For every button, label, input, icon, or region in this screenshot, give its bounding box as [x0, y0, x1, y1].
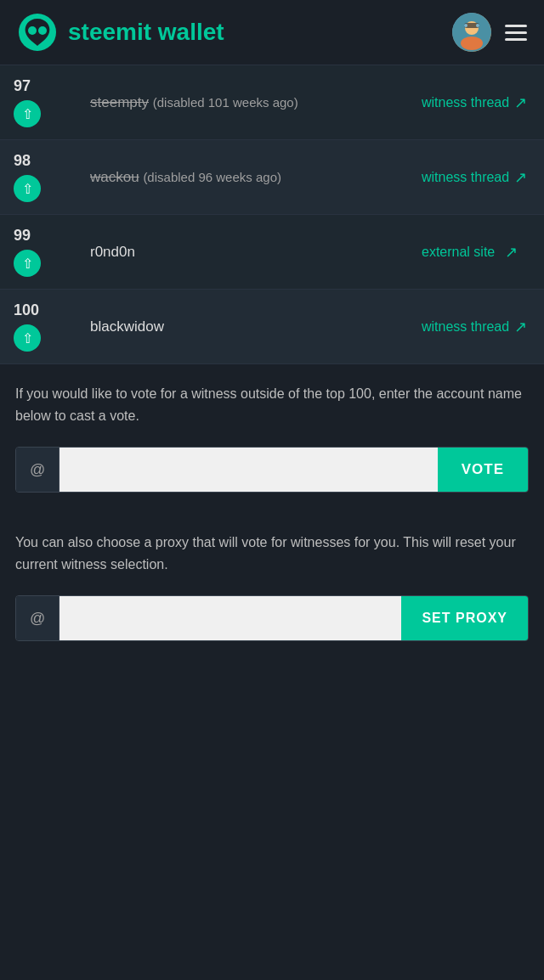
external-link-icon: ↗: [514, 168, 527, 187]
avatar[interactable]: [452, 13, 491, 52]
upvote-button[interactable]: ⇧: [14, 250, 41, 277]
proxy-info-text: You can also choose a proxy that will vo…: [0, 501, 544, 583]
witness-table: 97 ⇧ steempty (disabled 101 weeks ago) w…: [0, 65, 544, 364]
rank-number: 99: [14, 227, 63, 245]
witness-name: blackwidow: [90, 318, 164, 335]
app-header: steemit wallet: [0, 0, 544, 65]
external-link-icon: ↗: [514, 93, 527, 112]
table-row: 98 ⇧ wackou (disabled 96 weeks ago) witn…: [0, 140, 544, 215]
proxy-input-row: @ SET PROXY: [15, 595, 529, 641]
rank-number: 98: [14, 152, 63, 170]
rank-cell: 99 ⇧: [0, 215, 76, 290]
svg-point-1: [28, 26, 37, 35]
link-cell: witness thread ↗: [408, 140, 544, 215]
rank-cell: 97 ⇧: [0, 65, 76, 140]
upvote-button[interactable]: ⇧: [14, 175, 41, 202]
witness-thread-link[interactable]: witness thread ↗: [422, 168, 530, 187]
link-cell: witness thread ↗: [408, 65, 544, 140]
external-link-icon: ↗: [514, 318, 527, 336]
rank-number: 100: [14, 301, 63, 319]
menu-button[interactable]: [505, 25, 527, 41]
link-cell: external site ↗: [408, 215, 544, 290]
header-actions: [452, 13, 527, 52]
vote-button[interactable]: VOTE: [438, 448, 528, 492]
at-prefix: @: [16, 448, 60, 492]
rank-cell: 98 ⇧: [0, 140, 76, 215]
name-cell: r0nd0n: [76, 215, 408, 290]
witness-name-strikethrough: steempty: [90, 94, 149, 110]
external-link-icon: ↗: [505, 243, 518, 262]
vote-input-row: @ VOTE: [15, 447, 529, 493]
link-cell: witness thread ↗: [408, 290, 544, 364]
witness-thread-link[interactable]: witness thread ↗: [422, 318, 530, 336]
upvote-button[interactable]: ⇧: [14, 100, 41, 127]
upvote-button[interactable]: ⇧: [14, 324, 41, 352]
table-row: 100 ⇧ blackwidow witness thread ↗: [0, 290, 544, 364]
rank-cell: 100 ⇧: [0, 290, 76, 364]
witness-thread-link[interactable]: witness thread ↗: [422, 93, 530, 112]
disabled-text: (disabled 101 weeks ago): [153, 95, 298, 110]
steemit-logo-icon: [17, 12, 58, 53]
svg-point-8: [476, 24, 479, 27]
logo-group: steemit wallet: [17, 12, 224, 53]
witness-name-strikethrough: wackou: [90, 169, 139, 185]
vote-account-input[interactable]: [60, 448, 437, 492]
svg-point-7: [464, 24, 468, 27]
logo-text: steemit wallet: [68, 19, 224, 46]
rank-number: 97: [14, 77, 63, 95]
set-proxy-button[interactable]: SET PROXY: [401, 596, 528, 640]
name-cell: steempty (disabled 101 weeks ago): [76, 65, 408, 140]
table-row: 97 ⇧ steempty (disabled 101 weeks ago) w…: [0, 65, 544, 140]
proxy-account-input[interactable]: [60, 596, 401, 640]
table-row: 99 ⇧ r0nd0n external site ↗: [0, 215, 544, 290]
disabled-text: (disabled 96 weeks ago): [143, 170, 281, 184]
at-prefix: @: [16, 596, 60, 640]
name-cell: wackou (disabled 96 weeks ago): [76, 140, 408, 215]
svg-point-5: [461, 37, 483, 50]
name-cell: blackwidow: [76, 290, 408, 364]
witness-name: r0nd0n: [90, 244, 135, 260]
svg-point-2: [38, 26, 47, 35]
external-site-link[interactable]: external site ↗: [422, 243, 530, 262]
vote-info-text: If you would like to vote for a witness …: [0, 364, 544, 435]
